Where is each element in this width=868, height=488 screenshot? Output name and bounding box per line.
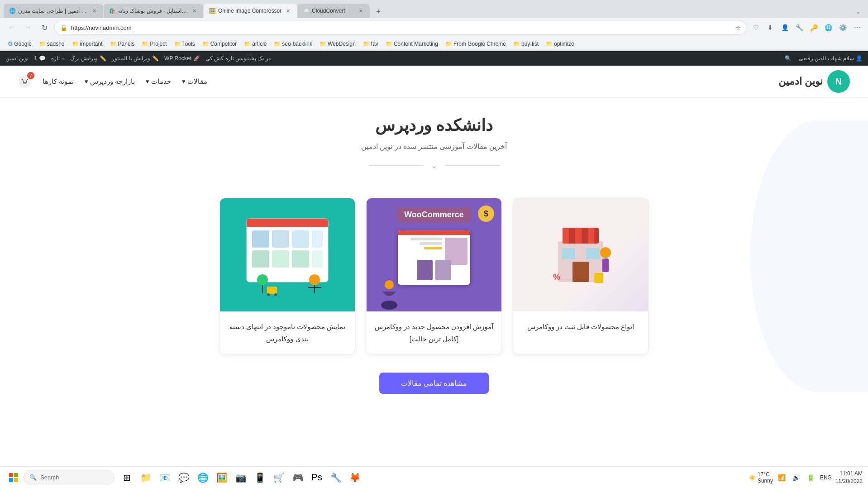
card-title-3: نمایش محصولات ناموجود در انتهای دسته بند…	[220, 311, 355, 354]
favorites-icon[interactable]: ♡	[750, 22, 761, 33]
bookmark-tools[interactable]: 📁 Tools	[172, 40, 198, 48]
bookmark-fav[interactable]: 📁 fav	[360, 40, 381, 48]
weather-info: 17°C Sunny	[758, 471, 773, 484]
bookmark-buylist[interactable]: 📁 buy-list	[510, 40, 541, 48]
whatsapp-icon[interactable]: 📱	[251, 469, 269, 487]
tab-close-4[interactable]: ✕	[357, 7, 364, 14]
battery-icon[interactable]: 🔋	[806, 472, 816, 483]
bookmark-seo[interactable]: 📁 seo-backlink	[271, 40, 315, 48]
svg-point-11	[600, 247, 611, 258]
nav-label: مقالات	[187, 77, 207, 86]
cache-text: در یک پشتنویس تازه کش کی	[205, 55, 271, 62]
settings-icon[interactable]: ⋯	[852, 22, 863, 33]
extension-icon-3[interactable]: 🌐	[823, 22, 834, 33]
bookmark-chrome[interactable]: 📁 From Google Chrome	[443, 40, 509, 48]
folder-icon: 📁	[363, 41, 370, 47]
new-tab-button[interactable]: +	[372, 5, 385, 18]
nav-services[interactable]: خدمات ▾	[146, 77, 171, 86]
add-new[interactable]: + تازه	[51, 55, 65, 62]
cart-button[interactable]: 7	[18, 75, 32, 88]
network-icon[interactable]: 📶	[777, 472, 787, 483]
address-bar[interactable]: 🔒 https://novinadmin.com ☆	[54, 21, 747, 34]
card-3[interactable]: نمایش محصولات ناموجود در انتهای دسته بند…	[219, 198, 355, 354]
extension-icon-4[interactable]: ⚙️	[837, 22, 848, 33]
edit-elementor[interactable]: ✏️ ویرایش با المنتور	[112, 55, 159, 62]
extension-icon-1[interactable]: 🔧	[794, 22, 805, 33]
firefox-icon[interactable]: 🦊	[346, 469, 364, 487]
teams-icon[interactable]: 💬	[175, 469, 193, 487]
comments-count[interactable]: 💬 1	[34, 55, 46, 62]
wp-rocket[interactable]: 🚀 WP Rocket	[164, 55, 200, 62]
nav-articles[interactable]: مقالات ▾	[182, 77, 207, 86]
view-all-button[interactable]: مشاهده تمامی مقالات	[379, 373, 489, 394]
xbox-icon[interactable]: 🎮	[289, 469, 307, 487]
cache-label: در یک پشتنویس تازه کش کی	[205, 55, 271, 62]
tab-close-3[interactable]: ✕	[284, 7, 291, 14]
svg-rect-38	[9, 478, 13, 482]
divider-line-left	[369, 165, 423, 166]
admin-search[interactable]: 🔍	[785, 55, 792, 62]
bookmark-content[interactable]: 📁 Content Marketing	[383, 40, 441, 48]
folder-icon: 📁	[244, 41, 251, 47]
file-explorer-icon[interactable]: 📁	[137, 469, 155, 487]
reload-button[interactable]: ↻	[38, 21, 51, 34]
folder-icon: 📁	[546, 41, 553, 47]
bookmark-google[interactable]: G Google	[5, 39, 34, 48]
edge-icon[interactable]: 🌐	[194, 469, 212, 487]
profile-icon[interactable]: 👤	[779, 22, 790, 33]
system-time[interactable]: 11:01 AM 11/20/2022	[835, 470, 863, 485]
edit-page[interactable]: ✏️ ویرایش برگ	[70, 55, 106, 62]
folder-icon: 📁	[174, 41, 181, 47]
admin-user[interactable]: نوین ادمین	[5, 55, 29, 62]
forward-button[interactable]: →	[22, 21, 34, 34]
card-1[interactable]: % انواع محصولات قابل ثبت در ووکامرس	[513, 198, 649, 354]
site-header: N نوین ادمین مقالات ▾ خدمات ▾ بازارچه ور…	[0, 66, 868, 98]
edit-label: ویرایش برگ	[70, 55, 98, 62]
bookmark-important[interactable]: 📁 important	[69, 40, 105, 48]
site-logo[interactable]: N نوین ادمین	[778, 70, 850, 93]
store-icon[interactable]: 🛒	[270, 469, 288, 487]
photos-icon[interactable]: 🖼️	[213, 469, 231, 487]
hero-title: دانشکده وردپرس	[9, 116, 859, 135]
bookmark-webdesign[interactable]: 📁 WebDesign	[317, 40, 358, 48]
nav-portfolio[interactable]: نمونه کارها	[43, 77, 74, 86]
tab-overflow-button[interactable]: ⌄	[852, 5, 864, 18]
bookmark-panels[interactable]: 📁 Panels	[107, 40, 138, 48]
tab-image-compressor[interactable]: 🖼️ Online Image Compressor ✕	[204, 4, 297, 18]
svg-point-34	[267, 293, 270, 296]
rocket-icon: 🚀	[193, 55, 200, 62]
windows-logo-icon	[8, 472, 19, 483]
bookmark-article[interactable]: 📁 article	[241, 40, 269, 48]
tab-close-1[interactable]: ✕	[91, 7, 98, 14]
extension-icon-2[interactable]: 🔑	[808, 22, 819, 33]
tab-close-2[interactable]: ✕	[191, 7, 198, 14]
download-icon[interactable]: ⬇	[765, 22, 776, 33]
count-label: 1	[34, 55, 37, 62]
star-icon[interactable]: ☆	[735, 24, 741, 31]
bookmark-optimize[interactable]: 📁 optimize	[543, 40, 577, 48]
products-illustration	[238, 210, 337, 300]
folder-icon: 📁	[445, 41, 452, 47]
adobe-icon[interactable]: Ps	[308, 469, 326, 487]
mail-icon[interactable]: 📧	[156, 469, 174, 487]
tab-favicon-3: 🖼️	[209, 8, 215, 14]
bookmark-project[interactable]: 📁 Project	[139, 40, 169, 48]
app-icon-1[interactable]: 🔧	[327, 469, 345, 487]
card-2[interactable]: WooCommerce $	[366, 198, 502, 354]
bookmark-label: optimize	[554, 41, 574, 47]
tab-helena[interactable]: 🛍️ هلنا استایل - فروش پوشاک زنانه ✕	[104, 4, 203, 18]
svg-point-2	[25, 83, 26, 84]
bookmark-sadsho[interactable]: 📁 sadsho	[36, 40, 67, 48]
svg-rect-7	[588, 228, 594, 244]
nav-marketplace[interactable]: بازارچه وردپرس ▾	[85, 77, 135, 86]
camera-icon[interactable]: 📷	[232, 469, 250, 487]
start-button[interactable]	[5, 469, 22, 486]
tab-novinadmin[interactable]: 🌐 نوین ادمین | طراحی سایت مدرن ✕	[4, 4, 103, 18]
back-button[interactable]: ←	[5, 21, 18, 34]
logo-circle: N	[827, 70, 850, 93]
sound-icon[interactable]: 🔊	[791, 472, 802, 483]
tab-cloudconvert[interactable]: ☁️ CloudConvert ✕	[297, 4, 370, 18]
taskbar-search[interactable]: 🔍 Search	[24, 470, 114, 485]
task-view-icon[interactable]: ⊞	[118, 469, 136, 487]
bookmark-competitor[interactable]: 📁 Competitor	[200, 40, 240, 48]
